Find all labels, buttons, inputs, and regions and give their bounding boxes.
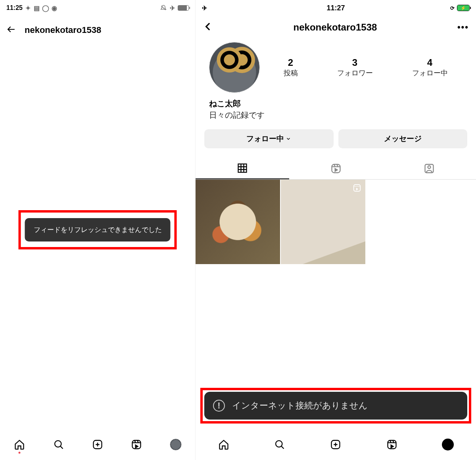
nav-reels-icon[interactable] <box>386 439 398 450</box>
nav-home-icon[interactable] <box>13 439 25 450</box>
battery-icon <box>178 5 189 11</box>
following-label: フォロー中 <box>246 134 284 144</box>
nav-create-icon[interactable] <box>92 439 104 450</box>
svg-rect-4 <box>332 165 340 173</box>
bottom-nav <box>196 429 476 460</box>
nav-dot-icon <box>19 452 21 454</box>
airplane-icon: ✈ <box>202 4 207 12</box>
ios-screen: ✈ 11:27 ⟳ ⚡ nekonekotaro1538 ••• 2 投稿 3 … <box>195 0 476 460</box>
more-options-icon[interactable]: ••• <box>457 22 469 33</box>
nav-profile-icon[interactable] <box>442 439 454 450</box>
stat-value: 2 <box>284 57 298 68</box>
post-grid <box>196 180 476 264</box>
svg-point-6 <box>428 166 431 169</box>
profile-header: nekonekotaro1538 <box>0 16 195 44</box>
alert-icon: ! <box>213 400 225 412</box>
stat-posts[interactable]: 2 投稿 <box>284 57 298 78</box>
stat-value: 4 <box>412 57 448 68</box>
profile-actions: フォロー中 メッセージ <box>196 121 476 148</box>
profile-tabs <box>196 158 476 180</box>
nav-search-icon[interactable] <box>53 439 65 450</box>
username-title: nekonekotaro1538 <box>25 25 101 35</box>
mute-icon <box>160 5 167 11</box>
username-title: nekonekotaro1538 <box>294 22 377 33</box>
svg-point-0 <box>55 441 61 447</box>
nav-search-icon[interactable] <box>274 439 286 450</box>
post-thumbnail[interactable] <box>196 180 280 264</box>
error-highlight-box: フィードをリフレッシュできませんでした <box>19 210 177 249</box>
instagram-icon: ◉ <box>51 5 58 11</box>
android-screen: 11:25 ✦ ▤ ◯ ◉ ✈ nekonekotaro1538 フィードをリフ… <box>0 0 195 460</box>
reels-icon <box>330 163 342 174</box>
bottom-nav <box>0 429 195 460</box>
status-time: 11:25 <box>6 4 23 12</box>
bio-text: 日々の記録です <box>209 110 463 121</box>
following-button[interactable]: フォロー中 <box>204 129 334 148</box>
stat-followers[interactable]: 3 フォロワー <box>337 57 373 78</box>
post-thumbnail[interactable] <box>281 180 365 264</box>
grid-icon <box>237 163 248 174</box>
error-toast: フィードをリフレッシュできませんでした <box>25 218 171 242</box>
profile-header: nekonekotaro1538 ••• <box>196 16 476 39</box>
nav-home-icon[interactable] <box>218 439 230 450</box>
error-text: インターネット接続がありません <box>232 400 368 412</box>
status-bar-ios: ✈ 11:27 ⟳ ⚡ <box>196 0 476 16</box>
tab-grid[interactable] <box>196 158 289 179</box>
stat-value: 3 <box>337 57 373 68</box>
orientation-lock-icon: ⟳ <box>450 5 455 11</box>
stat-label: フォロー中 <box>412 68 448 78</box>
message-label: メッセージ <box>384 134 422 144</box>
battery-charging-icon: ⚡ <box>457 5 470 11</box>
status-time: 11:27 <box>326 4 345 12</box>
chevron-down-icon <box>286 136 291 142</box>
tab-tagged[interactable] <box>382 158 476 179</box>
svg-rect-7 <box>354 185 361 192</box>
nav-profile-avatar[interactable] <box>170 439 182 450</box>
nav-create-icon[interactable] <box>330 439 342 450</box>
note-icon: ▤ <box>34 5 40 11</box>
watch-icon: ◯ <box>42 5 49 11</box>
stat-label: 投稿 <box>284 68 298 78</box>
profile-info-row: 2 投稿 3 フォロワー 4 フォロー中 <box>196 39 476 93</box>
profile-avatar[interactable] <box>209 42 260 93</box>
svg-rect-3 <box>238 164 246 172</box>
stat-label: フォロワー <box>337 68 373 78</box>
tab-reels[interactable] <box>289 158 383 179</box>
tagged-icon <box>424 163 435 174</box>
back-arrow-icon[interactable] <box>6 25 16 36</box>
stat-following[interactable]: 4 フォロー中 <box>412 57 448 78</box>
svg-point-8 <box>276 441 282 447</box>
back-chevron-icon[interactable] <box>203 21 213 33</box>
error-highlight-box: ! インターネット接続がありません <box>200 388 471 424</box>
nav-reels-icon[interactable] <box>131 439 142 450</box>
error-toast: ! インターネット接続がありません <box>204 392 467 420</box>
bio-block: ねこ太郎 日々の記録です <box>196 93 476 121</box>
app-icon: ✦ <box>25 5 31 11</box>
reel-badge-icon <box>353 184 361 194</box>
status-bar-android: 11:25 ✦ ▤ ◯ ◉ ✈ <box>0 0 195 16</box>
airplane-icon: ✈ <box>169 5 175 11</box>
display-name: ねこ太郎 <box>209 98 463 109</box>
message-button[interactable]: メッセージ <box>338 129 468 148</box>
